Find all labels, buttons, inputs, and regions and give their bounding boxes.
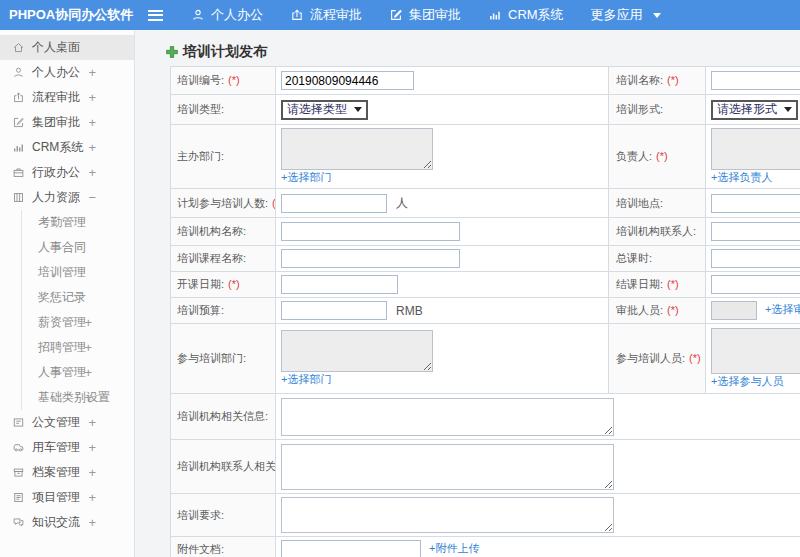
approver-input[interactable] bbox=[711, 301, 757, 320]
sidebar-subitem-recruit[interactable]: 招聘管理 + bbox=[22, 335, 134, 360]
car-icon bbox=[12, 441, 25, 454]
training-no-input[interactable] bbox=[281, 71, 414, 90]
training-form: 培训编号:(*) 培训名称:(*) 培训类型: 请选择类型 培训形式: 请选择形… bbox=[170, 66, 800, 557]
planned-count-input[interactable] bbox=[281, 194, 387, 213]
org-info-textarea[interactable] bbox=[281, 398, 614, 436]
expand-sign: + bbox=[88, 515, 96, 530]
approver-label: 审批人员: bbox=[616, 304, 663, 316]
org-contact-input[interactable] bbox=[711, 222, 800, 241]
sidebar-item-label: 项目管理 bbox=[32, 489, 80, 506]
expand-sign: + bbox=[88, 165, 96, 180]
form-row: 参与培训部门: +选择部门 参与培训人员:(*) +选择参与人员 bbox=[171, 324, 800, 394]
leader-textarea[interactable] bbox=[711, 128, 800, 170]
nav-label: CRM系统 bbox=[508, 6, 564, 24]
sidebar-item-official-doc[interactable]: 公文管理 + bbox=[0, 410, 134, 435]
edit-icon bbox=[12, 116, 25, 129]
sidebar-subitem-rewards[interactable]: 奖惩记录 bbox=[22, 285, 134, 310]
sidebar-item-hr[interactable]: 人力资源 − bbox=[0, 185, 134, 210]
expand-sign: + bbox=[88, 440, 96, 455]
sidebar-item-vehicle[interactable]: 用车管理 + bbox=[0, 435, 134, 460]
org-name-label: 培训机构名称: bbox=[177, 225, 246, 237]
training-form-label: 培训形式: bbox=[616, 103, 663, 115]
start-date-label: 开课日期: bbox=[177, 278, 224, 290]
join-people-textarea[interactable] bbox=[711, 328, 800, 374]
training-type-select[interactable]: 请选择类型 bbox=[281, 100, 368, 120]
course-name-label: 培训课程名称: bbox=[177, 252, 246, 264]
budget-unit: RMB bbox=[396, 304, 423, 318]
required-mark: (*) bbox=[667, 278, 679, 290]
total-hours-input[interactable] bbox=[711, 249, 800, 268]
clipboard-icon bbox=[12, 491, 25, 504]
training-name-input[interactable] bbox=[711, 71, 800, 90]
start-date-input[interactable] bbox=[281, 275, 398, 294]
caret-down-icon bbox=[354, 107, 362, 112]
host-dept-label: 主办部门: bbox=[177, 150, 224, 162]
nav-more-apps[interactable]: 更多应用 bbox=[591, 6, 661, 24]
attachment-label: 附件文档: bbox=[177, 543, 224, 555]
process-icon bbox=[290, 8, 304, 22]
sidebar-subitem-label: 人事合同 bbox=[38, 240, 86, 254]
sidebar-subitem-label: 薪资管理 bbox=[38, 315, 86, 329]
planned-count-label: 计划参与培训人数: bbox=[177, 197, 268, 209]
sidebar-subitem-hr-contract[interactable]: 人事合同 bbox=[22, 235, 134, 260]
sidebar-item-label: 流程审批 bbox=[32, 89, 80, 106]
hr-submenu: 考勤管理 人事合同 培训管理 奖惩记录 薪资管理 + 招聘管理 + 人事管理 +… bbox=[21, 210, 134, 410]
sidebar-subitem-personnel[interactable]: 人事管理 + bbox=[22, 360, 134, 385]
host-dept-textarea[interactable] bbox=[281, 128, 433, 170]
sidebar-item-label: 个人办公 bbox=[32, 64, 80, 81]
org-name-input[interactable] bbox=[281, 222, 460, 241]
nav-group-approval[interactable]: 集团审批 bbox=[389, 6, 461, 24]
nav-process-approval[interactable]: 流程审批 bbox=[290, 6, 362, 24]
select-join-dept-link[interactable]: +选择部门 bbox=[281, 373, 331, 385]
archive-icon bbox=[12, 466, 25, 479]
form-row: 培训机构名称: 培训机构联系人: bbox=[171, 218, 800, 246]
expand-sign: + bbox=[88, 115, 96, 130]
expand-sign: + bbox=[88, 490, 96, 505]
sidebar-item-personal-office[interactable]: 个人办公 + bbox=[0, 60, 134, 85]
course-name-input[interactable] bbox=[281, 249, 460, 268]
sidebar-item-process-approval[interactable]: 流程审批 + bbox=[0, 85, 134, 110]
main-content: 培训计划发布 培训编号:(*) 培训名称:(*) 培训类型: 请选择类型 培训形… bbox=[135, 30, 800, 557]
select-join-people-link[interactable]: +选择参与人员 bbox=[711, 375, 783, 387]
form-row: 培训预算: RMB 审批人员:(*) +选择审批人员 bbox=[171, 298, 800, 324]
attachment-upload-link[interactable]: +附件上传 bbox=[429, 542, 479, 554]
training-form-select[interactable]: 请选择形式 bbox=[711, 100, 798, 120]
sidebar-subitem-salary[interactable]: 薪资管理 + bbox=[22, 310, 134, 335]
budget-label: 培训预算: bbox=[177, 304, 224, 316]
sidebar-subitem-attendance[interactable]: 考勤管理 bbox=[22, 210, 134, 235]
user-icon bbox=[191, 8, 205, 22]
sidebar-item-project[interactable]: 项目管理 + bbox=[0, 485, 134, 510]
sidebar-item-admin-office[interactable]: 行政办公 + bbox=[0, 160, 134, 185]
nav-label: 个人办公 bbox=[211, 6, 263, 24]
sidebar-subitem-base-category[interactable]: 基础类别设置 + bbox=[22, 385, 134, 410]
select-leader-link[interactable]: +选择负责人 bbox=[711, 171, 772, 183]
required-mark: (*) bbox=[689, 352, 701, 364]
form-row: 开课日期:(*) 结课日期:(*) bbox=[171, 272, 800, 298]
nav-personal-office[interactable]: 个人办公 bbox=[191, 6, 263, 24]
caret-down-icon bbox=[653, 13, 661, 18]
form-row: 附件文档: +附件上传 bbox=[171, 537, 800, 557]
location-input[interactable] bbox=[711, 194, 800, 213]
org-contact-info-textarea[interactable] bbox=[281, 444, 614, 490]
sidebar-item-personal-desktop[interactable]: 个人桌面 bbox=[0, 35, 134, 60]
end-date-input[interactable] bbox=[711, 275, 800, 294]
join-dept-textarea[interactable] bbox=[281, 330, 433, 372]
requirements-textarea[interactable] bbox=[281, 497, 614, 533]
caret-down-icon bbox=[784, 107, 792, 112]
sidebar-item-crm[interactable]: CRM系统 + bbox=[0, 135, 134, 160]
app-logo[interactable]: PHPOA协同办公软件 bbox=[0, 6, 148, 24]
chat-icon bbox=[12, 516, 25, 529]
select-dept-link[interactable]: +选择部门 bbox=[281, 171, 331, 183]
sidebar-subitem-training[interactable]: 培训管理 bbox=[22, 260, 134, 285]
menu-icon[interactable] bbox=[148, 10, 163, 21]
sidebar-item-group-approval[interactable]: 集团审批 + bbox=[0, 110, 134, 135]
nav-crm-system[interactable]: CRM系统 bbox=[488, 6, 564, 24]
sidebar-item-knowledge[interactable]: 知识交流 + bbox=[0, 510, 134, 535]
attachment-input[interactable] bbox=[281, 540, 421, 557]
form-row: 主办部门: +选择部门 负责人:(*) +选择负责人 bbox=[171, 125, 800, 189]
nav-label: 更多应用 bbox=[591, 6, 643, 24]
budget-input[interactable] bbox=[281, 301, 387, 320]
sidebar-item-label: 公文管理 bbox=[32, 414, 80, 431]
sidebar-item-archive[interactable]: 档案管理 + bbox=[0, 460, 134, 485]
select-approver-link[interactable]: +选择审批人员 bbox=[765, 303, 800, 315]
